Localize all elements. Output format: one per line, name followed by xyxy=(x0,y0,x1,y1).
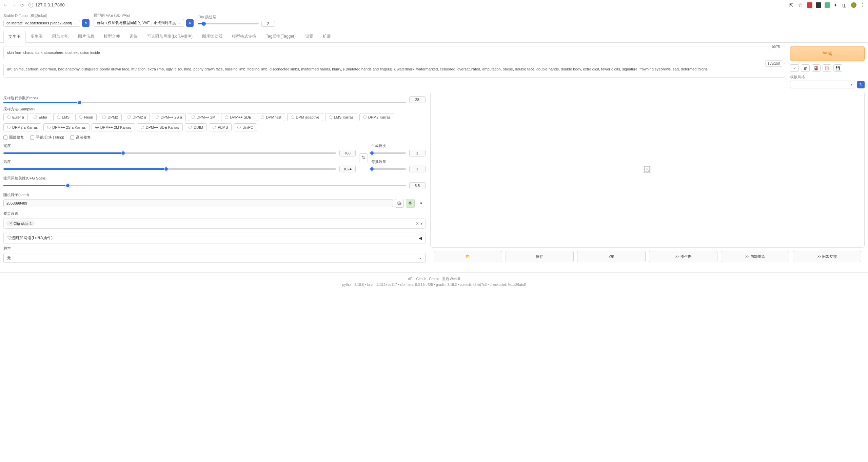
send-img2img-button[interactable]: >> 图生图 xyxy=(649,251,717,262)
override-label: 覆盖设置 xyxy=(3,211,426,216)
share-icon[interactable]: ⇱ xyxy=(789,2,795,8)
tab-8[interactable]: 模型格式转换 xyxy=(227,31,261,42)
profile-icon[interactable] xyxy=(851,2,856,8)
batch-size-label: 每批数量 xyxy=(371,159,426,164)
sampler-heun[interactable]: Heun xyxy=(75,113,97,121)
footer-links[interactable]: API · Github · Gradio · 重启 WebUI xyxy=(4,277,864,281)
sampler-lms-karras[interactable]: LMS Karras xyxy=(325,113,357,121)
sampler-ddim[interactable]: DDIM xyxy=(185,123,207,131)
swap-dimensions-button[interactable]: ⇅ xyxy=(359,153,368,162)
generate-button[interactable]: 生成 xyxy=(790,46,865,61)
sampler-dpm-2s-a-karras[interactable]: DPM++ 2S a Karras xyxy=(43,123,89,131)
sampler-dpm-2s-a[interactable]: DPM++ 2S a xyxy=(152,113,186,121)
send-extras-button[interactable]: >> 附加功能 xyxy=(793,251,861,262)
ckpt-refresh[interactable]: ↻ xyxy=(82,19,90,27)
vae-refresh[interactable]: ↻ xyxy=(186,19,194,27)
clear-button[interactable]: 🗑 xyxy=(801,64,810,72)
cfg-slider[interactable] xyxy=(3,185,406,186)
sampler-dpm-2m-karras[interactable]: DPM++ 2M Karras xyxy=(92,123,135,131)
extra-button[interactable]: 🎴 xyxy=(812,64,821,72)
star-icon[interactable]: ☆ xyxy=(798,2,804,8)
tiling-checkbox[interactable]: 平铺/分块 (Tiling) xyxy=(30,135,64,140)
sampler-euler[interactable]: Euler xyxy=(30,113,51,121)
sampler-plms[interactable]: PLMS xyxy=(209,123,232,131)
ext-icon-1[interactable] xyxy=(807,2,812,8)
vae-select[interactable]: 自动（仅加载与模型同名的 VAE，未找到时不提 ⌄ xyxy=(94,19,184,27)
tab-0[interactable]: 文生图 xyxy=(3,31,26,43)
sampler-dpm-sde[interactable]: DPM++ SDE xyxy=(221,113,255,121)
seed-random-button[interactable]: 🎲 xyxy=(395,199,404,208)
close-icon[interactable]: ✕ xyxy=(9,221,12,226)
sampler-lms[interactable]: LMS xyxy=(53,113,74,121)
hires-checkbox[interactable]: 高清修复 xyxy=(70,135,91,140)
chevron-down-icon: ⌄ xyxy=(74,21,77,25)
height-value[interactable]: 1024 xyxy=(339,166,356,172)
puzzle-icon[interactable]: ✦ xyxy=(833,2,839,8)
reload-icon[interactable]: ⟳ xyxy=(20,2,24,8)
style-select[interactable]: ▾ xyxy=(790,81,855,88)
sampler-dpm-fast[interactable]: DPM fast xyxy=(257,113,285,121)
height-slider[interactable] xyxy=(3,168,336,170)
sampler-dpm2-a-karras[interactable]: DPM2 a Karras xyxy=(3,123,41,131)
cfg-value[interactable]: 5.5 xyxy=(409,182,426,189)
script-select[interactable]: 无 ⌄ xyxy=(3,253,426,263)
seed-reuse-button[interactable]: ♻ xyxy=(406,199,415,208)
sampler-dpm2[interactable]: DPM2 xyxy=(99,113,122,121)
face-restore-checkbox[interactable]: 面部修复 xyxy=(3,135,24,140)
sampler-euler-a[interactable]: Euler a xyxy=(3,113,28,121)
seed-input[interactable]: 2858898489 xyxy=(3,199,393,207)
clip-slider[interactable] xyxy=(198,23,259,24)
sampler-unipc[interactable]: UniPC xyxy=(234,123,257,131)
positive-prompt[interactable]: 10/75 skin from chaos, dark atmosphere, … xyxy=(3,46,785,59)
interrogate-button[interactable]: ✓ xyxy=(790,64,799,72)
sampler-dpm2-a[interactable]: DPM2 a xyxy=(124,113,150,121)
tab-5[interactable]: 训练 xyxy=(125,31,142,42)
extension-icons: ⇱ ☆ ✦ ◫ ⋮ xyxy=(789,2,865,8)
send-inpaint-button[interactable]: >> 局部重绘 xyxy=(721,251,789,262)
width-value[interactable]: 768 xyxy=(339,150,356,156)
tab-10[interactable]: 设置 xyxy=(300,31,318,42)
ext-icon-2[interactable] xyxy=(816,2,821,8)
style-refresh[interactable]: ↻ xyxy=(857,81,865,88)
style-label: 模板风格 xyxy=(790,75,865,80)
tab-6[interactable]: 可选附加网络(LoRA插件) xyxy=(142,31,197,42)
ckpt-select[interactable]: deliberate_v2.safetensors [9aba26abdf] ⌄ xyxy=(3,20,80,27)
negative-prompt[interactable]: 103/150 art, anime, cartoon, deformed, b… xyxy=(3,63,785,78)
save-button[interactable]: 💾 xyxy=(833,64,842,72)
tab-11[interactable]: 扩展 xyxy=(318,31,336,42)
tab-2[interactable]: 附加功能 xyxy=(47,31,73,42)
tab-3[interactable]: 图片信息 xyxy=(73,31,99,42)
window-icon[interactable]: ◫ xyxy=(842,2,848,8)
tab-9[interactable]: Tag反推(Tagger) xyxy=(261,31,300,42)
steps-slider[interactable] xyxy=(3,102,406,103)
steps-value[interactable]: 28 xyxy=(409,96,426,103)
zip-button[interactable]: Zip xyxy=(577,251,646,262)
paste-button[interactable]: 📋 xyxy=(823,64,831,72)
sampler-dpm2-karras[interactable]: DPM2 Karras xyxy=(359,113,394,121)
batch-count-value[interactable]: 1 xyxy=(409,150,426,156)
open-folder-button[interactable]: 📂 xyxy=(434,251,502,262)
nav-forward[interactable]: → xyxy=(11,2,16,8)
url-bar[interactable]: i 127.0.0.1:7860 xyxy=(28,2,785,7)
batch-size-value[interactable]: 1 xyxy=(409,166,426,172)
seed-extra-toggle[interactable]: ▾ xyxy=(417,199,426,208)
ext-icon-3[interactable] xyxy=(825,2,830,8)
tab-7[interactable]: 图库浏览器 xyxy=(197,31,227,42)
clear-override-icon[interactable]: ✕ ▾ xyxy=(416,221,422,226)
batch-count-slider[interactable] xyxy=(371,152,406,154)
lora-accordion[interactable]: 可选附加网络(LoRA插件) ◀ xyxy=(3,232,426,244)
tab-4[interactable]: 模型合并 xyxy=(99,31,125,42)
tab-1[interactable]: 图生图 xyxy=(26,31,47,42)
sampler-label: 采样方法(Sampler) xyxy=(3,107,426,112)
override-chip[interactable]: ✕Clip skip: 1 xyxy=(6,220,35,226)
width-slider[interactable] xyxy=(3,152,336,154)
menu-icon[interactable]: ⋮ xyxy=(860,2,865,8)
sampler-dpm-2m[interactable]: DPM++ 2M xyxy=(188,113,219,121)
sampler-dpm-adaptive[interactable]: DPM adaptive xyxy=(287,113,323,121)
clip-value[interactable]: 2 xyxy=(261,21,275,27)
nav-back[interactable]: ← xyxy=(3,2,8,8)
save-button[interactable]: 保存 xyxy=(506,251,574,262)
batch-size-slider[interactable] xyxy=(371,168,406,170)
sampler-dpm-sde-karras[interactable]: DPM++ SDE Karras xyxy=(137,123,183,131)
height-label: 高度 xyxy=(3,159,356,164)
